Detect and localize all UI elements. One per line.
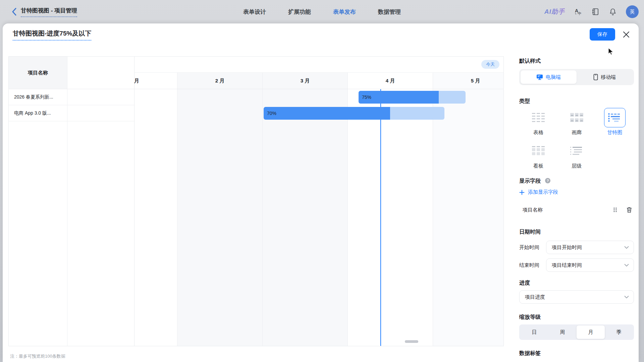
toggle-mobile[interactable]: 移动端 — [577, 70, 633, 84]
start-time-select[interactable]: 项目开始时间 — [546, 241, 634, 254]
section-display-fields: 显示字段 ? — [519, 178, 551, 185]
zoom-quarter[interactable]: 季 — [605, 325, 633, 339]
translate-icon[interactable]: A 中 — [574, 7, 582, 16]
back-icon[interactable] — [11, 8, 17, 16]
monitor-icon — [536, 74, 543, 80]
end-time-select[interactable]: 项目结束时间 — [546, 258, 634, 272]
plus-icon — [519, 190, 525, 195]
notebook-icon[interactable] — [591, 7, 600, 16]
months-divider — [134, 89, 503, 89]
header-divider — [134, 72, 503, 73]
zoom-week[interactable]: 周 — [548, 325, 577, 339]
ai-assistant-logo[interactable]: AI助手 — [544, 7, 565, 16]
gantt-chart: 项目名称 2026 春夏系列新... 电商 App 3.0 版... 1 月 2… — [8, 56, 504, 346]
table-icon — [531, 111, 546, 124]
zoom-month[interactable]: 月 — [577, 325, 605, 339]
today-line — [380, 89, 381, 346]
month-label: 5 月 — [433, 72, 503, 89]
month-column: 2 月 — [177, 72, 262, 346]
toggle-desktop[interactable]: 电脑端 — [521, 70, 577, 84]
progress-value: 项目进度 — [525, 294, 624, 300]
type-gantt-label: 甘特图 — [607, 129, 623, 136]
gantt-row-label: 2026 春夏系列新... — [9, 89, 134, 105]
gantt-timeline: 1 月 2 月 3 月 4 月 5 月 今天 75% 70% — [134, 57, 503, 346]
end-time-label: 结束时间 — [519, 262, 546, 268]
phone-icon — [593, 74, 598, 80]
zoom-level-control: 日 周 月 季 — [519, 324, 634, 340]
toggle-mobile-label: 移动端 — [601, 74, 616, 80]
type-kanban[interactable]: 看板 — [519, 141, 557, 175]
start-time-label: 开始时间 — [519, 244, 546, 251]
month-label: 3 月 — [263, 72, 347, 89]
end-time-row: 结束时间 项目结束时间 — [519, 258, 634, 272]
add-display-field-button[interactable]: 添加显示字段 — [519, 189, 558, 195]
section-default-style: 默认样式 — [519, 58, 541, 65]
type-hierarchy[interactable]: 层级 — [557, 141, 596, 175]
add-display-field-label: 添加显示字段 — [528, 189, 558, 195]
end-time-value: 项目结束时间 — [552, 262, 624, 268]
save-button[interactable]: 保存 — [590, 28, 615, 41]
chevron-down-icon — [624, 246, 629, 249]
gallery-icon — [569, 111, 584, 124]
nav-form-publish[interactable]: 表单发布 — [333, 8, 356, 16]
month-label: 4 月 — [348, 72, 433, 89]
kanban-icon — [531, 145, 546, 158]
section-data-label: 数据标签 — [519, 350, 541, 357]
gantt-bar-progress: 75% — [359, 91, 439, 104]
toggle-desktop-label: 电脑端 — [546, 74, 561, 80]
view-title: 甘特图视图-进度75%及以下 — [13, 29, 91, 41]
today-button[interactable]: 今天 — [481, 60, 499, 69]
progress-row: 项目进度 — [519, 290, 634, 304]
svg-text:?: ? — [547, 179, 549, 183]
gantt-column-header-empty — [67, 57, 134, 89]
app-title: 甘特图视图 - 项目管理 — [21, 7, 77, 17]
month-column: 1 月 — [134, 72, 177, 346]
month-label: 2 月 — [177, 72, 262, 89]
close-icon[interactable] — [623, 31, 630, 38]
gantt-column-header: 项目名称 — [9, 57, 67, 89]
trash-icon[interactable] — [625, 205, 634, 215]
help-icon[interactable]: ? — [545, 178, 551, 184]
hierarchy-icon — [569, 145, 584, 158]
section-type: 类型 — [519, 98, 530, 105]
horizontal-scrollbar[interactable] — [405, 340, 418, 343]
topbar-actions: AI助手 A 中 英 — [544, 0, 639, 23]
display-field-row: 项目名称 — [519, 204, 634, 216]
view-type-grid: 表格 画廊 — [519, 108, 634, 175]
type-gantt[interactable]: 甘特图 — [596, 108, 634, 141]
gantt-icon — [607, 111, 623, 124]
section-progress: 进度 — [519, 280, 530, 287]
gantt-bar[interactable]: 70% — [264, 107, 444, 120]
type-hierarchy-label: 层级 — [572, 163, 582, 169]
type-gallery-label: 画廊 — [572, 129, 582, 136]
bell-icon[interactable] — [608, 7, 617, 16]
avatar[interactable]: 英 — [626, 5, 639, 18]
type-table-label: 表格 — [533, 129, 543, 136]
section-datetime: 日期时间 — [519, 229, 541, 236]
app-top-bar: 甘特图视图 - 项目管理 表单设计 扩展功能 表单发布 数据管理 AI助手 A … — [0, 0, 644, 23]
view-editor-panel: 甘特图视图-进度75%及以下 保存 项目名称 2026 春夏系列新... 电商 … — [3, 23, 639, 362]
start-time-value: 项目开始时间 — [552, 244, 624, 251]
nav-form-design[interactable]: 表单设计 — [243, 8, 266, 16]
zoom-day[interactable]: 日 — [520, 325, 548, 339]
type-kanban-label: 看板 — [533, 163, 543, 169]
type-gallery[interactable]: 画廊 — [557, 108, 596, 141]
section-zoom-level: 缩放等级 — [519, 314, 541, 321]
preview-note: 注：最多可预览前100条数据 — [10, 353, 65, 359]
chevron-down-icon — [624, 264, 629, 267]
device-toggle: 电脑端 移动端 — [519, 69, 634, 85]
display-field-name: 项目名称 — [519, 207, 610, 213]
drag-handle-icon[interactable] — [610, 205, 620, 215]
gantt-bar[interactable]: 75% — [359, 91, 466, 104]
month-label: 1 月 — [134, 72, 177, 89]
svg-text:中: 中 — [578, 11, 581, 15]
type-table[interactable]: 表格 — [519, 108, 557, 141]
start-time-row: 开始时间 项目开始时间 — [519, 241, 634, 254]
nav-data-management[interactable]: 数据管理 — [378, 8, 401, 16]
gantt-row-label: 电商 App 3.0 版... — [9, 105, 134, 121]
display-fields-heading: 显示字段 — [519, 178, 541, 184]
chevron-down-icon — [624, 296, 629, 299]
nav-extensions[interactable]: 扩展功能 — [288, 8, 311, 16]
progress-select[interactable]: 项目进度 — [519, 290, 634, 304]
gantt-bar-progress: 70% — [264, 107, 390, 120]
